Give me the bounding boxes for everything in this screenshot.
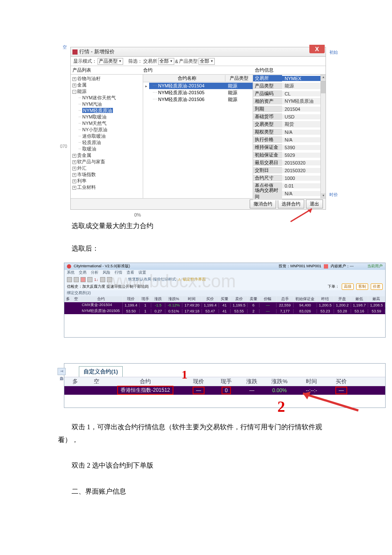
tool-icon[interactable] [100, 277, 105, 282]
col-contracts: 合约 [143, 67, 253, 73]
tool-icon[interactable] [67, 277, 72, 282]
info-row: 产品编码CL [253, 90, 326, 98]
tool-icon[interactable] [74, 277, 79, 282]
info-row: 交割日20150320 [253, 167, 326, 174]
scroll-thumb[interactable] [321, 81, 326, 93]
app-menu[interactable]: 系统交易分析风险行情查看设置 [64, 270, 385, 276]
grid-header-cell[interactable]: 现价 [123, 296, 140, 302]
news-text: 信检史：加大反腐力度 提速审批公开制干部轮岗 [67, 284, 149, 289]
col-time: 时间 [294, 378, 329, 385]
quote-row[interactable]: CMX黄金-2015041,199.41-1.5-0.12%17:49:201,… [64, 302, 385, 308]
grid-header-cell[interactable]: 现手 [140, 296, 152, 302]
vol-cell[interactable]: 0 [222, 387, 231, 394]
embedded-account: 内嵌账户：--- [331, 263, 354, 269]
info-row: 执行价格N/A [253, 136, 326, 144]
tree-node[interactable]: -能源 [72, 88, 141, 95]
info-row: 初始保证金5929 [253, 151, 326, 159]
order-mode-advanced[interactable]: 高级 [342, 283, 354, 290]
menu-item[interactable]: 行情 [115, 270, 122, 276]
grid-header-cell[interactable]: 价幅 [259, 296, 277, 302]
tree-leaf[interactable]: NYM轻质原油 [78, 107, 141, 114]
grid-header-cell[interactable]: 多 [64, 296, 72, 302]
contract-name-cell[interactable]: 香港恒生指数-201512 [117, 386, 173, 395]
color-style-button[interactable]: 报价红绿样式 [153, 277, 176, 282]
lock-layout-button[interactable]: 锁定软件界面 [183, 277, 206, 282]
grid-header-cell[interactable]: 昨结 [317, 296, 334, 302]
order-mode-custom[interactable]: 客制 [356, 283, 368, 290]
grid-header-cell[interactable]: 卖价 [231, 296, 248, 302]
tree-node[interactable]: +利率 [72, 178, 141, 184]
menu-item[interactable]: 风险 [103, 270, 110, 276]
side-tab[interactable]: T 自选 [58, 368, 66, 376]
price-cell[interactable]: — [193, 387, 205, 394]
dialog-title: 行情 - 新增报价 [79, 48, 324, 55]
grid-header-cell[interactable]: 卖量 [248, 296, 259, 302]
tree-leaf[interactable]: NY小型原油 [78, 127, 141, 133]
chgp-cell: 0.00% [265, 387, 294, 393]
tree-leaf[interactable]: 取暖油 [78, 146, 141, 152]
product-type-label: 产品类型 [179, 58, 198, 64]
clear-contract-button[interactable]: 撤消合约 [250, 199, 276, 208]
tree-leaf[interactable]: NYM天然气 [78, 120, 141, 127]
grid-header-cell[interactable]: 时间 [182, 296, 202, 302]
restore-layout-button[interactable]: 恢复默认布局 [128, 277, 151, 282]
custom-contract-tab[interactable]: 自定义合约(1) [79, 366, 123, 377]
grid-header-cell[interactable]: 涨跌% [165, 296, 182, 302]
tree-leaf[interactable]: 轻质原油 [78, 139, 141, 146]
current-user-button[interactable]: 当前用户 [367, 263, 383, 269]
bg-text: 时价 [329, 192, 338, 198]
tree-leaf[interactable]: NYM汽油 [78, 101, 141, 107]
grid-header-cell[interactable]: 初始保证金 [294, 296, 317, 302]
tool-icon[interactable] [87, 277, 92, 282]
tool-icon[interactable] [81, 277, 86, 282]
grid-header-cell[interactable]: 买量 [219, 296, 231, 302]
quote-row[interactable]: NYM轻质原油-20150553.5010.270.51%17:49:1853.… [64, 308, 385, 314]
grid-header-cell[interactable]: 开盘 [334, 296, 351, 302]
watchlist-tab[interactable]: 绑定交易所(2) [64, 290, 385, 296]
tree-leaf[interactable]: 迷你取暖油 [78, 133, 141, 139]
menu-item[interactable]: 设置 [138, 270, 146, 276]
dialog-titlebar[interactable]: 行情 - 新增报价 X [70, 47, 326, 56]
grid-header-cell[interactable]: 涨跌 [151, 296, 165, 302]
app-titlebar[interactable]: CityInternational - V2.5.0(标准版) 投资：MNP00… [64, 263, 385, 270]
info-row: 最后交易日20150320 [253, 159, 326, 167]
scroll-down-icon[interactable]: ▾ [321, 193, 326, 198]
menu-item[interactable]: 系统 [67, 270, 75, 276]
contract-row[interactable]: NYM轻质原油-201504能源 [143, 82, 253, 89]
grid-header-cell[interactable]: 空 [72, 296, 81, 302]
tool-icon[interactable] [107, 277, 112, 282]
contract-row[interactable]: NYM轻质原油-201505能源 [143, 89, 253, 96]
tree-leaf[interactable]: NYM迷你天然气 [78, 95, 141, 101]
close-button[interactable]: X [309, 45, 325, 53]
grid-header-cell[interactable]: 买价 [202, 296, 219, 302]
contract-list[interactable]: 合约名称 产品类型 NYM轻质原油-201504能源NYM轻质原油-201505… [143, 75, 253, 198]
info-scrollbar[interactable]: ▴ ▾ [320, 75, 326, 198]
app-toolbar[interactable]: 1↓ 恢复默认布局 报价红绿样式 ⚠ 锁定软件界面 [64, 276, 385, 283]
tree-node[interactable]: +软产品与家畜 [72, 159, 141, 165]
col-vol: 现手 [213, 378, 239, 385]
grid-header-cell[interactable]: 总手 [277, 296, 294, 302]
product-type-dropdown[interactable]: 全部▼ [199, 58, 215, 65]
menu-item[interactable]: 分析 [91, 270, 98, 276]
menu-item[interactable]: 交易 [79, 270, 86, 276]
col-chg: 涨跌 [239, 378, 265, 385]
display-mode-dropdown[interactable]: 产品类型▼ [98, 58, 123, 65]
product-tree[interactable]: +谷物与油籽+金属-能源NYM迷你天然气NYM汽油NYM轻质原油NYM取暖油NY… [71, 75, 143, 198]
order-mode-spread[interactable]: 价差 [371, 283, 383, 290]
grid-header-cell[interactable]: 合约 [80, 296, 123, 302]
quote-grid[interactable]: 多空合约现价现手涨跌涨跌%时间买价买量卖价卖量价幅总手初始保证金昨结开盘最低最高… [64, 296, 385, 314]
annotation-arrow-icon [294, 389, 363, 415]
tree-node[interactable]: +谷物与油籽 [72, 75, 141, 82]
scroll-up-icon[interactable]: ▴ [321, 75, 326, 80]
tree-node[interactable]: +工业材料 [72, 184, 141, 191]
menu-item[interactable]: 查看 [127, 270, 134, 276]
tree-node[interactable]: +市场指数 [72, 171, 141, 178]
tree-leaf[interactable]: NYM取暖油 [78, 114, 141, 120]
tree-node[interactable]: +外汇 [72, 165, 141, 171]
tree-node[interactable]: +贵金属 [72, 152, 141, 159]
grid-header-cell[interactable]: 最低 [351, 296, 368, 302]
contract-row[interactable]: NYM轻质原油-201506能源 [143, 96, 253, 103]
grid-header-cell[interactable]: 最高 [368, 296, 385, 302]
tree-node[interactable]: +金属 [72, 82, 141, 88]
filter-exchange-dropdown[interactable]: 全部▼ [158, 58, 174, 65]
